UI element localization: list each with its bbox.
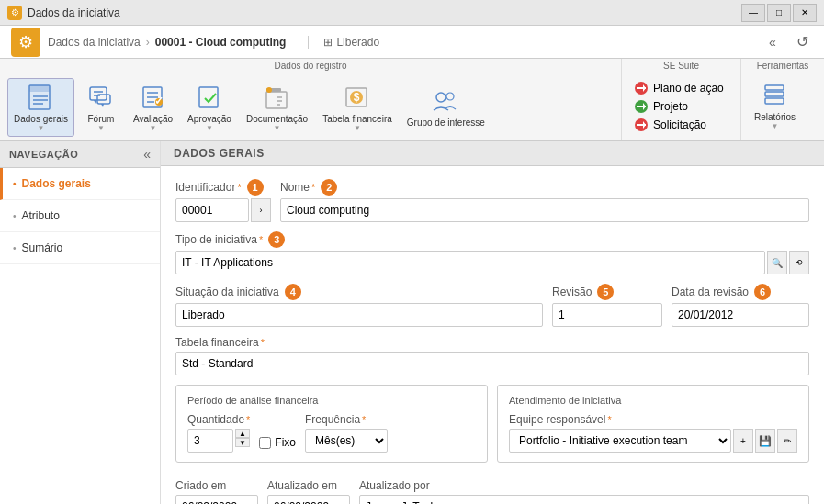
suite-item-projeto[interactable]: Projeto bbox=[633, 99, 729, 114]
ribbon-item-documentacao[interactable]: Documentação ▼ bbox=[241, 79, 313, 136]
tabela-icon: $ bbox=[343, 83, 372, 112]
ribbon-section-sesuite-label: SE Suite bbox=[622, 59, 740, 73]
equipe-edit-btn[interactable]: ✏ bbox=[777, 429, 797, 453]
content-area: DADOS GERAIS Identificador * 1 › bbox=[161, 141, 824, 504]
row-tipo: Tipo de iniciativa * 3 🔍 ⟲ bbox=[175, 231, 809, 274]
refresh-button[interactable]: ↺ bbox=[791, 31, 813, 53]
tabela-input[interactable] bbox=[175, 352, 809, 375]
ribbon-item-relatorios[interactable]: Relatórios ▼ bbox=[749, 77, 801, 134]
group-frequencia: Frequência * Mês(es) bbox=[305, 413, 388, 453]
nome-input[interactable] bbox=[280, 198, 809, 222]
relatorios-label: Relatórios bbox=[754, 112, 796, 122]
group-atualizado-em: Atualizado em bbox=[267, 479, 350, 504]
label-atualizado-por: Atualizado por bbox=[359, 479, 809, 492]
sidebar-bullet-2: • bbox=[13, 211, 17, 221]
sidebar: NAVEGAÇÃO « • Dados gerais • Atributo • … bbox=[0, 141, 161, 504]
group-nome: Nome * 2 bbox=[280, 179, 809, 222]
tipo-input[interactable] bbox=[175, 251, 765, 274]
required-star-3: * bbox=[259, 234, 263, 245]
sidebar-item-dados-gerais[interactable]: • Dados gerais bbox=[0, 168, 160, 200]
breadcrumb-base[interactable]: Dados da iniciativa bbox=[48, 36, 141, 49]
quantidade-input[interactable] bbox=[187, 429, 233, 453]
forum-label: Fórum bbox=[87, 114, 114, 124]
equipe-add-btn[interactable]: + bbox=[733, 429, 753, 453]
atualizado-por-input bbox=[359, 495, 809, 504]
group-fixo: Fixo bbox=[259, 436, 296, 453]
form-footer: Criado em Atualizado em Atualizado por bbox=[175, 479, 809, 504]
periodo-title: Período de análise financeira bbox=[187, 395, 476, 406]
header-bar: ⚙ Dados da iniciativa › 00001 - Cloud co… bbox=[0, 26, 824, 59]
required-star-tabela: * bbox=[261, 337, 265, 348]
plano-icon bbox=[635, 82, 648, 95]
spin-up-btn[interactable]: ▲ bbox=[235, 429, 250, 438]
identificador-input[interactable] bbox=[175, 198, 249, 222]
required-star-qtd: * bbox=[246, 414, 250, 425]
status-badge: ⊞ Liberado bbox=[308, 36, 379, 49]
group-identificador: Identificador * 1 › bbox=[175, 179, 271, 222]
breadcrumb: Dados da iniciativa › 00001 - Cloud comp… bbox=[48, 36, 286, 49]
spin-controls: ▲ ▼ bbox=[235, 429, 250, 453]
group-data-revisao: Data da revisão 6 bbox=[672, 284, 809, 327]
ribbon-item-dados-gerais[interactable]: Dados gerais ▼ bbox=[7, 78, 74, 137]
sidebar-item-atributo[interactable]: • Atributo bbox=[0, 200, 160, 232]
svg-point-25 bbox=[446, 93, 454, 100]
ribbon-section-ferramentas-label: Ferramentas bbox=[741, 59, 824, 73]
documentacao-icon bbox=[263, 83, 292, 112]
ribbon-section-ferramentas: Ferramentas Relatórios ▼ bbox=[741, 59, 824, 140]
ribbon-item-tabela[interactable]: $ Tabela financeira ▼ bbox=[317, 79, 398, 136]
svg-point-20 bbox=[266, 87, 272, 93]
frequencia-select[interactable]: Mês(es) bbox=[305, 429, 388, 453]
required-star-2: * bbox=[311, 182, 315, 193]
sidebar-item-sumario[interactable]: • Sumário bbox=[0, 232, 160, 264]
row-situacao-revisao: Situação da iniciativa 4 Revisão 5 Data … bbox=[175, 284, 809, 327]
tipo-clear-btn[interactable]: ⟲ bbox=[789, 251, 809, 274]
sidebar-header: NAVEGAÇÃO « bbox=[0, 141, 160, 168]
svg-rect-32 bbox=[765, 85, 784, 90]
ribbon-item-avaliacao[interactable]: ✓ Avaliação ▼ bbox=[128, 79, 178, 136]
group-atualizado-por: Atualizado por bbox=[359, 479, 809, 504]
svg-rect-17 bbox=[199, 87, 218, 107]
maximize-button[interactable]: □ bbox=[767, 4, 791, 22]
collapse-button[interactable]: « bbox=[762, 31, 784, 53]
breadcrumb-current: 00001 - Cloud computing bbox=[155, 36, 287, 49]
svg-text:$: $ bbox=[354, 91, 360, 104]
svg-rect-33 bbox=[765, 92, 784, 96]
content-section-title: DADOS GERAIS bbox=[174, 147, 265, 160]
spin-down-btn[interactable]: ▼ bbox=[235, 438, 250, 447]
projeto-label: Projeto bbox=[653, 100, 688, 113]
svg-marker-10 bbox=[101, 104, 104, 107]
step-badge-6: 6 bbox=[754, 284, 771, 300]
tipo-search-btn[interactable]: 🔍 bbox=[767, 251, 787, 274]
header-actions: « ↺ bbox=[762, 31, 813, 53]
svg-rect-5 bbox=[90, 87, 107, 100]
ribbon-section-dados: Dados do registro Dados gerais bbox=[0, 59, 622, 140]
group-equipe: Equipe responsável * Portfolio - Initiat… bbox=[509, 413, 797, 453]
equipe-save-btn[interactable]: 💾 bbox=[755, 429, 775, 453]
group-quantidade: Quantidade * ▲ ▼ bbox=[187, 413, 250, 453]
sidebar-collapse-icon[interactable]: « bbox=[143, 147, 151, 162]
required-star-1: * bbox=[237, 182, 241, 193]
data-revisao-input bbox=[672, 303, 809, 327]
svg-rect-1 bbox=[29, 85, 50, 92]
equipe-select[interactable]: Portfolio - Initiative execution team bbox=[509, 429, 731, 453]
periodo-fields: Quantidade * ▲ ▼ bbox=[187, 413, 476, 453]
ribbon-item-grupo[interactable]: Grupo de interesse bbox=[401, 83, 491, 131]
suite-item-solicitacao[interactable]: Solicitação bbox=[633, 118, 729, 132]
fixo-checkbox[interactable] bbox=[259, 437, 271, 449]
criado-em-input bbox=[175, 495, 258, 504]
footer-row: Criado em Atualizado em Atualizado por bbox=[175, 479, 809, 504]
titlebar-title: Dados da iniciativa bbox=[28, 6, 120, 19]
group-tabela: Tabela financeira * bbox=[175, 336, 809, 375]
window-controls: — □ ✕ bbox=[741, 4, 817, 22]
label-quantidade: Quantidade * bbox=[187, 413, 250, 426]
plano-label: Plano de ação bbox=[653, 82, 724, 95]
minimize-button[interactable]: — bbox=[741, 4, 765, 22]
ribbon-item-forum[interactable]: Fórum ▼ bbox=[78, 79, 124, 136]
suite-item-plano[interactable]: Plano de ação bbox=[633, 81, 729, 95]
dados-gerais-label: Dados gerais bbox=[14, 114, 68, 124]
close-button[interactable]: ✕ bbox=[793, 4, 817, 22]
ribbon-item-aprovacao[interactable]: Aprovação ▼ bbox=[182, 79, 237, 136]
identificador-arrow-btn[interactable]: › bbox=[251, 198, 271, 222]
label-atualizado-em: Atualizado em bbox=[267, 479, 350, 492]
fixo-label: Fixo bbox=[275, 436, 296, 449]
